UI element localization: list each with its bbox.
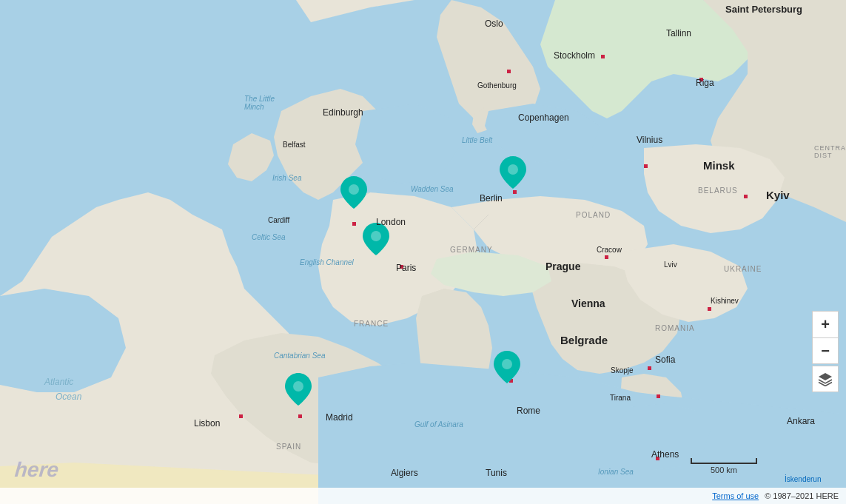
svg-rect-16 xyxy=(605,255,608,259)
svg-text:Atlantic: Atlantic xyxy=(44,377,73,387)
scale-bar: 500 km xyxy=(691,458,757,474)
layer-button[interactable] xyxy=(812,366,839,392)
svg-rect-20 xyxy=(656,457,659,460)
pin-rome[interactable] xyxy=(494,351,520,383)
svg-rect-17 xyxy=(708,307,711,311)
svg-rect-14 xyxy=(644,164,648,168)
svg-rect-19 xyxy=(657,394,660,398)
layers-icon xyxy=(818,372,833,386)
svg-rect-12 xyxy=(239,414,243,418)
here-logo: here xyxy=(14,458,60,482)
zoom-in-button[interactable]: + xyxy=(812,311,839,337)
copyright-text: © 1987–2021 HERE xyxy=(765,491,839,500)
svg-rect-5 xyxy=(507,70,511,73)
scale-line xyxy=(691,458,757,464)
svg-rect-8 xyxy=(352,222,356,226)
map-background: Atlantic Ocean xyxy=(0,0,846,504)
terms-of-use-link[interactable]: Terms of use xyxy=(712,491,759,500)
svg-rect-6 xyxy=(601,55,605,58)
svg-point-21 xyxy=(349,184,359,195)
svg-text:Ocean: Ocean xyxy=(56,392,82,402)
zoom-out-button[interactable]: − xyxy=(812,337,839,364)
pin-london[interactable] xyxy=(340,176,367,209)
pin-madrid[interactable] xyxy=(285,373,312,406)
svg-point-24 xyxy=(293,381,303,392)
bottom-bar: Terms of use © 1987–2021 HERE xyxy=(0,488,846,504)
svg-point-23 xyxy=(508,164,518,175)
svg-point-25 xyxy=(502,359,512,369)
zoom-controls: + − xyxy=(812,311,839,364)
map-container[interactable]: Atlantic Ocean xyxy=(0,0,846,504)
svg-rect-7 xyxy=(699,78,703,81)
svg-rect-11 xyxy=(298,414,302,418)
svg-rect-18 xyxy=(648,366,651,370)
svg-rect-10 xyxy=(513,190,517,194)
svg-rect-9 xyxy=(400,265,403,269)
svg-point-22 xyxy=(371,231,381,241)
scale-label: 500 km xyxy=(711,466,737,474)
pin-paris[interactable] xyxy=(363,223,389,255)
pin-berlin[interactable] xyxy=(500,156,526,189)
svg-rect-15 xyxy=(744,195,748,198)
